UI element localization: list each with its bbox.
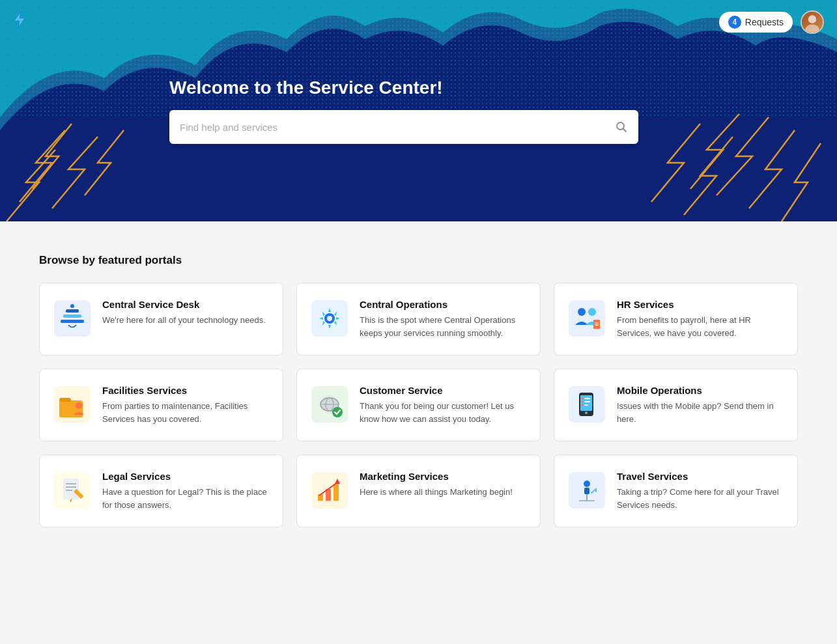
- portal-card-central-service-desk[interactable]: Central Service DeskWe're here for all o…: [39, 283, 283, 356]
- svg-point-11: [70, 304, 74, 308]
- svg-point-37: [582, 401, 584, 403]
- svg-point-39: [582, 404, 584, 406]
- requests-count: 4: [728, 16, 741, 29]
- svg-rect-23: [59, 398, 71, 402]
- portal-card-hr-services[interactable]: HR ServicesFrom benefits to payroll, her…: [554, 283, 798, 356]
- svg-rect-51: [333, 484, 339, 501]
- portal-desc-facilities-services: From parties to maintenance, Facilities …: [102, 400, 270, 425]
- portal-desc-central-operations: This is the spot where Central Operation…: [360, 314, 527, 339]
- svg-point-35: [582, 398, 584, 400]
- portal-name-mobile-operations: Mobile Operations: [617, 385, 784, 396]
- svg-point-17: [588, 308, 596, 316]
- hero-content: Welcome to the Service Center!: [169, 77, 638, 144]
- svg-rect-9: [63, 315, 81, 318]
- search-bar: [169, 110, 638, 144]
- avatar-image: [802, 12, 823, 33]
- svg-rect-40: [584, 404, 588, 406]
- portal-info-mobile-operations: Mobile OperationsIssues with the Mobile …: [617, 385, 784, 425]
- svg-rect-36: [584, 398, 590, 399]
- portal-icon-hr-services: [567, 299, 606, 338]
- svg-point-55: [584, 481, 590, 487]
- portal-name-marketing-services: Marketing Services: [360, 471, 513, 482]
- portal-icon-travel-services: [567, 471, 606, 510]
- portal-card-marketing-services[interactable]: Marketing ServicesHere is where all thin…: [296, 455, 541, 527]
- hero-title: Welcome to the Service Center!: [169, 77, 638, 98]
- portal-card-customer-service[interactable]: Customer ServiceThank you for being our …: [296, 369, 541, 441]
- portal-info-customer-service: Customer ServiceThank you for being our …: [360, 385, 527, 425]
- portal-card-facilities-services[interactable]: Facilities ServicesFrom parties to maint…: [39, 369, 283, 441]
- svg-rect-15: [569, 300, 605, 337]
- search-button[interactable]: [615, 120, 628, 133]
- portal-icon-central-service-desk: [53, 299, 92, 338]
- portal-desc-customer-service: Thank you for being our customer! Let us…: [360, 400, 527, 425]
- portals-section-title: Browse by featured portals: [39, 254, 798, 267]
- svg-point-34: [585, 412, 588, 414]
- portal-name-central-operations: Central Operations: [360, 299, 527, 310]
- svg-rect-8: [61, 320, 84, 323]
- svg-rect-56: [584, 488, 589, 494]
- portal-info-marketing-services: Marketing ServicesHere is where all thin…: [360, 471, 513, 499]
- portal-card-legal-services[interactable]: Legal ServicesHave a question for Legal?…: [39, 455, 283, 527]
- search-input[interactable]: [180, 122, 615, 133]
- portal-info-central-service-desk: Central Service DeskWe're here for all o…: [102, 299, 266, 327]
- portal-desc-travel-services: Taking a trip? Come here for all your Tr…: [617, 486, 784, 511]
- svg-rect-18: [593, 320, 600, 329]
- portal-card-central-operations[interactable]: Central OperationsThis is the spot where…: [296, 283, 541, 356]
- portal-name-legal-services: Legal Services: [102, 471, 270, 482]
- svg-point-24: [76, 402, 82, 409]
- portal-name-travel-services: Travel Services: [617, 471, 784, 482]
- top-nav: 4 Requests: [719, 10, 824, 34]
- portal-info-travel-services: Travel ServicesTaking a trip? Come here …: [617, 471, 784, 511]
- portal-info-facilities-services: Facilities ServicesFrom parties to maint…: [102, 385, 270, 425]
- portal-desc-marketing-services: Here is where all things Marketing begin…: [360, 486, 513, 499]
- svg-point-30: [332, 407, 343, 417]
- svg-rect-38: [584, 401, 590, 402]
- portal-icon-marketing-services: [310, 471, 349, 510]
- svg-point-1: [805, 25, 819, 34]
- portal-grid: Central Service DeskWe're here for all o…: [39, 283, 798, 527]
- hero-section: Welcome to the Service Center!: [0, 0, 837, 221]
- svg-marker-2: [14, 12, 25, 27]
- portal-icon-legal-services: [53, 471, 92, 510]
- portal-icon-customer-service: [310, 385, 349, 424]
- svg-rect-10: [66, 309, 79, 313]
- portal-desc-hr-services: From benefits to payroll, here at HR Ser…: [617, 314, 784, 339]
- portal-icon-facilities-services: [53, 385, 92, 424]
- portal-card-travel-services[interactable]: Travel ServicesTaking a trip? Come here …: [554, 455, 798, 527]
- portal-info-central-operations: Central OperationsThis is the spot where…: [360, 299, 527, 339]
- portal-info-hr-services: HR ServicesFrom benefits to payroll, her…: [617, 299, 784, 339]
- svg-line-6: [623, 129, 627, 132]
- portal-icon-mobile-operations: [567, 385, 606, 424]
- portal-desc-central-service-desk: We're here for all of your technology ne…: [102, 314, 266, 327]
- avatar[interactable]: [801, 10, 824, 34]
- portal-desc-legal-services: Have a question for Legal? This is the p…: [102, 486, 270, 511]
- portal-icon-central-operations: [310, 299, 349, 338]
- svg-point-16: [578, 308, 586, 316]
- svg-point-0: [808, 15, 816, 23]
- portal-name-hr-services: HR Services: [617, 299, 784, 310]
- logo-bolt-icon[interactable]: [10, 10, 29, 31]
- requests-button[interactable]: 4 Requests: [719, 12, 793, 33]
- portal-name-central-service-desk: Central Service Desk: [102, 299, 266, 310]
- portal-name-facilities-services: Facilities Services: [102, 385, 270, 396]
- main-content: Browse by featured portals Central Servi…: [0, 221, 837, 560]
- portal-info-legal-services: Legal ServicesHave a question for Legal?…: [102, 471, 270, 511]
- requests-label: Requests: [745, 17, 784, 27]
- portal-name-customer-service: Customer Service: [360, 385, 527, 396]
- svg-point-14: [327, 316, 332, 321]
- portal-desc-mobile-operations: Issues with the Mobile app? Send them in…: [617, 400, 784, 425]
- svg-rect-42: [63, 479, 79, 499]
- portal-card-mobile-operations[interactable]: Mobile OperationsIssues with the Mobile …: [554, 369, 798, 441]
